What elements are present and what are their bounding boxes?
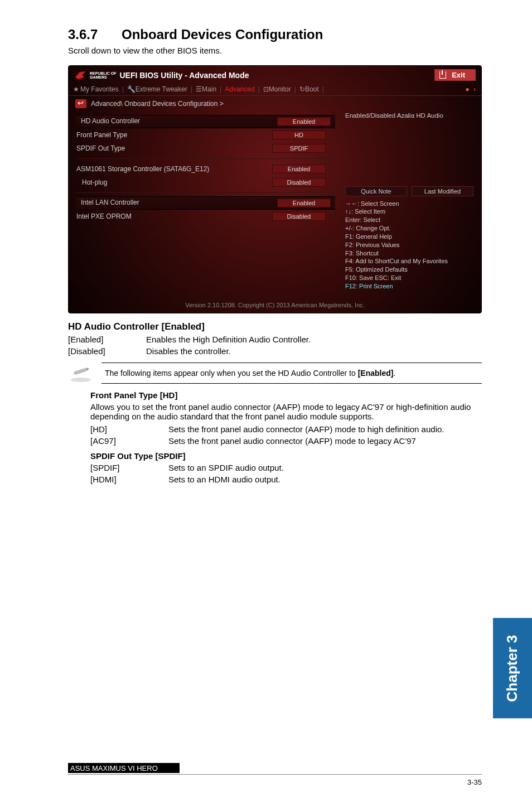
page-footer: ASUS MAXIMUS VI HERO 3-35 [68, 774, 482, 786]
heading-hd-audio: HD Audio Controller [Enabled] [68, 321, 482, 332]
footer-product-strip: ASUS MAXIMUS VI HERO [68, 763, 180, 773]
note-callout: The following items appear only when you… [101, 363, 482, 384]
rog-logo-icon [74, 70, 86, 80]
note-pencil-icon [69, 366, 93, 383]
tab-main[interactable]: Main [202, 85, 216, 93]
row-lan-value[interactable]: Enabled [277, 199, 331, 207]
quick-note-button[interactable]: Quick Note [345, 186, 407, 196]
page-number: 3-35 [467, 778, 482, 786]
row-asm-value[interactable]: Enabled [272, 165, 326, 173]
option-help-text: Enabled/Disabled Azalia HD Audio [345, 112, 473, 120]
note-text: The following items appear only when you… [105, 369, 395, 378]
row-hd-audio-value[interactable]: Enabled [277, 117, 331, 126]
row-hotplug-value[interactable]: Disabled [272, 178, 326, 187]
last-modified-button[interactable]: Last Modified [412, 186, 473, 196]
bios-window-title: UEFI BIOS Utility - Advanced Mode [119, 71, 249, 80]
row-spdif-label: SPDIF Out Type [76, 144, 263, 152]
opt-val: Sets the front panel audio connector (AA… [168, 424, 482, 434]
row-pxe-label: Intel PXE OPROM [76, 212, 263, 220]
opt-key: [AC97] [90, 436, 168, 446]
brand-line2: GAMERS [90, 75, 116, 79]
back-arrow-icon[interactable] [75, 99, 86, 108]
opt-key: [HD] [90, 424, 168, 434]
heading-spdif: SPDIF Out Type [SPDIF] [90, 451, 482, 461]
row-pxe-value[interactable]: Disabled [272, 212, 326, 221]
opt-key: [Enabled] [68, 335, 146, 344]
row-asm-label: ASM1061 Storage Controller (SATA6G_E12) [76, 165, 263, 173]
help-key-legend: →←: Select Screen ↑↓: Select Item Enter:… [345, 200, 473, 291]
chapter-side-tab: Chapter 3 [493, 618, 532, 718]
breadcrumb: Advanced\ Onboard Devices Configuration … [91, 100, 224, 108]
opt-key: [HDMI] [90, 475, 168, 484]
opt-val: Enables the High Definition Audio Contro… [146, 335, 482, 344]
exit-button[interactable]: Exit [434, 69, 476, 81]
row-hd-audio-label: HD Audio Controller [81, 117, 277, 126]
row-spdif-value[interactable]: SPDIF [272, 144, 326, 153]
brand-line1: REPUBLIC OF [90, 71, 116, 75]
tab-advanced[interactable]: Advanced [225, 85, 254, 93]
tab-favorites[interactable]: My Favorites [73, 85, 119, 93]
tab-tweaker[interactable]: Extreme Tweaker [136, 85, 187, 93]
opt-val: Sets to an SPDIF audio output. [168, 463, 482, 472]
row-lan-label: Intel LAN Controller [81, 199, 277, 207]
bios-menu-tabs: My Favorites| 🔧 Extreme Tweaker| ☰ Main|… [69, 83, 481, 96]
row-hotplug-label: Hot-plug [76, 178, 263, 186]
exit-button-label: Exit [452, 71, 465, 79]
section-subtitle: Scroll down to view the other BIOS items… [68, 46, 482, 55]
bios-screenshot: REPUBLIC OF GAMERS UEFI BIOS Utility - A… [68, 65, 482, 313]
section-number: 3.6.7 [68, 27, 122, 42]
row-front-panel-value[interactable]: HD [272, 131, 326, 139]
opt-val: Sets to an HDMI audio output. [168, 475, 482, 484]
row-front-panel-label: Front Panel Type [76, 131, 263, 139]
opt-val: Sets the front panel audio connector (AA… [168, 436, 482, 446]
tabs-overflow-icon[interactable]: ● › [465, 85, 477, 93]
heading-front-panel: Front Panel Type [HD] [90, 390, 482, 400]
section-title: Onboard Devices Configuration [122, 27, 323, 42]
tab-boot[interactable]: Boot [305, 85, 319, 93]
opt-key: [Disabled] [68, 346, 146, 356]
opt-val: Disables the controller. [146, 346, 482, 356]
opt-key: [SPDIF] [90, 463, 168, 472]
bios-version-footer: Version 2.10.1208. Copyright (C) 2013 Am… [69, 293, 481, 310]
front-panel-desc: Allows you to set the front panel audio … [90, 402, 482, 421]
svg-rect-1 [74, 368, 88, 375]
tab-monitor[interactable]: Monitor [269, 85, 291, 93]
section-heading: 3.6.7Onboard Devices Configuration [68, 27, 482, 42]
svg-point-0 [71, 378, 91, 382]
